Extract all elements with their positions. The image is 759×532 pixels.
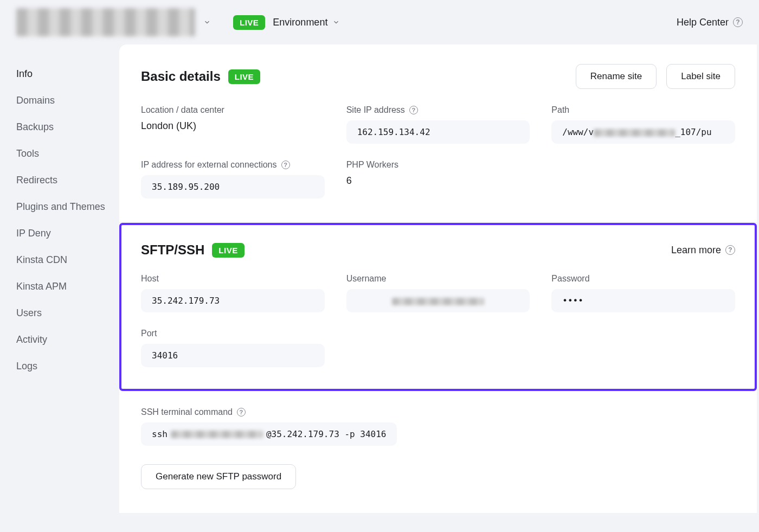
help-center-label: Help Center xyxy=(677,17,729,28)
ssh-user-redacted xyxy=(171,431,263,438)
sidebar-item-redirects[interactable]: Redirects xyxy=(16,167,119,194)
location-label: Location / data center xyxy=(141,105,325,115)
live-badge: LIVE xyxy=(233,15,265,30)
sidebar-item-logs[interactable]: Logs xyxy=(16,353,119,380)
site-ip-label: Site IP address xyxy=(346,105,405,115)
sidebar-item-apm[interactable]: Kinsta APM xyxy=(16,273,119,300)
ssh-cmd-value[interactable]: ssh @35.242.179.73 -p 34016 xyxy=(141,422,397,446)
field-port: Port 34016 xyxy=(141,329,325,367)
help-icon[interactable]: ? xyxy=(281,161,290,169)
field-ext-ip: IP address for external connections ? 35… xyxy=(141,160,325,198)
sidebar-item-label: Redirects xyxy=(16,175,57,185)
ssh-cmd-label: SSH terminal command xyxy=(141,407,233,417)
php-workers-label: PHP Workers xyxy=(346,160,530,170)
port-value[interactable]: 34016 xyxy=(141,344,325,367)
site-selector[interactable] xyxy=(16,8,211,36)
label-site-button[interactable]: Label site xyxy=(666,64,735,89)
sidebar-item-label: Domains xyxy=(16,95,55,106)
sidebar-item-label: Kinsta CDN xyxy=(16,254,67,265)
chevron-down-icon xyxy=(332,18,340,27)
sidebar-item-label: IP Deny xyxy=(16,228,51,239)
topbar: LIVE Environment Help Center ? xyxy=(0,0,759,44)
rename-site-button[interactable]: Rename site xyxy=(576,64,657,89)
field-password: Password •••• xyxy=(551,274,735,312)
basic-details-title: Basic details xyxy=(141,69,221,84)
path-label: Path xyxy=(551,105,735,115)
help-center-link[interactable]: Help Center ? xyxy=(677,17,743,28)
sftp-ssh-panel: SFTP/SSH LIVE Learn more ? Host 35.242.1… xyxy=(119,222,757,513)
host-label: Host xyxy=(141,274,325,284)
php-workers-value: 6 xyxy=(346,175,530,187)
help-icon[interactable]: ? xyxy=(409,106,418,114)
ext-ip-value[interactable]: 35.189.95.200 xyxy=(141,175,325,198)
password-value[interactable]: •••• xyxy=(551,289,735,312)
sidebar-item-users[interactable]: Users xyxy=(16,300,119,326)
path-value[interactable]: /www/v_107/pu xyxy=(551,120,735,144)
field-site-ip: Site IP address ? 162.159.134.42 xyxy=(346,105,530,144)
path-redacted xyxy=(594,129,675,137)
learn-more-link[interactable]: Learn more ? xyxy=(671,245,735,256)
sidebar-item-tools[interactable]: Tools xyxy=(16,140,119,167)
help-icon[interactable]: ? xyxy=(237,408,246,416)
environment-selector[interactable]: LIVE Environment xyxy=(233,15,340,30)
host-value[interactable]: 35.242.179.73 xyxy=(141,289,325,312)
sidebar-item-cdn[interactable]: Kinsta CDN xyxy=(16,247,119,273)
chevron-down-icon xyxy=(203,18,211,27)
field-php-workers: PHP Workers 6 xyxy=(346,160,530,198)
username-value[interactable] xyxy=(346,289,530,312)
sftp-title: SFTP/SSH xyxy=(141,242,204,258)
ssh-cmd-prefix: ssh xyxy=(152,429,168,439)
sidebar-item-plugins[interactable]: Plugins and Themes xyxy=(16,194,119,220)
sidebar-item-ipdeny[interactable]: IP Deny xyxy=(16,220,119,247)
learn-more-label: Learn more xyxy=(671,245,721,256)
ext-ip-label: IP address for external connections xyxy=(141,160,277,170)
live-badge: LIVE xyxy=(212,243,244,258)
sidebar-item-label: Tools xyxy=(16,148,39,159)
help-icon: ? xyxy=(733,17,743,27)
ssh-cmd-suffix: @35.242.179.73 -p 34016 xyxy=(266,429,387,439)
sidebar-item-label: Users xyxy=(16,307,42,318)
sidebar-item-label: Logs xyxy=(16,361,37,371)
path-prefix: /www/v xyxy=(562,127,594,137)
site-ip-value[interactable]: 162.159.134.42 xyxy=(346,120,530,144)
topbar-left: LIVE Environment xyxy=(16,8,340,36)
field-username: Username xyxy=(346,274,530,312)
sidebar-item-label: Kinsta APM xyxy=(16,281,67,292)
sidebar-item-backups[interactable]: Backups xyxy=(16,114,119,140)
generate-sftp-password-button[interactable]: Generate new SFTP password xyxy=(141,464,296,489)
basic-details-panel: Basic details LIVE Rename site Label sit… xyxy=(119,44,757,222)
sidebar: Info Domains Backups Tools Redirects Plu… xyxy=(0,44,119,513)
sidebar-item-domains[interactable]: Domains xyxy=(16,87,119,114)
field-location: Location / data center London (UK) xyxy=(141,105,325,144)
username-redacted xyxy=(392,298,484,305)
highlight-box: SFTP/SSH LIVE Learn more ? Host 35.242.1… xyxy=(119,223,757,391)
sidebar-item-label: Backups xyxy=(16,121,54,132)
field-host: Host 35.242.179.73 xyxy=(141,274,325,312)
environment-label: Environment xyxy=(273,17,327,28)
main-content: Basic details LIVE Rename site Label sit… xyxy=(119,44,757,513)
help-icon: ? xyxy=(725,245,735,255)
path-suffix: _107/pu xyxy=(675,127,711,137)
sidebar-item-label: Activity xyxy=(16,334,47,345)
sidebar-item-info[interactable]: Info xyxy=(16,61,119,87)
field-ssh-cmd: SSH terminal command ? ssh @35.242.179.7… xyxy=(141,407,735,446)
sidebar-item-label: Info xyxy=(16,68,33,79)
live-badge: LIVE xyxy=(228,69,260,84)
location-value: London (UK) xyxy=(141,120,325,132)
sidebar-item-label: Plugins and Themes xyxy=(16,201,105,212)
field-path: Path /www/v_107/pu xyxy=(551,105,735,144)
username-label: Username xyxy=(346,274,530,284)
port-label: Port xyxy=(141,329,325,338)
sidebar-item-activity[interactable]: Activity xyxy=(16,326,119,353)
site-name-redacted xyxy=(16,8,195,36)
password-label: Password xyxy=(551,274,735,284)
